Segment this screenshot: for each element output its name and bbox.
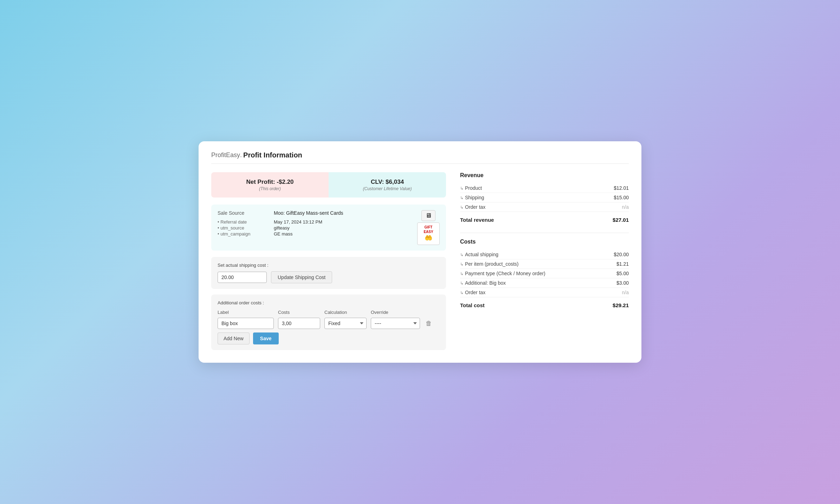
net-profit-card: Net Profit: -$2.20 (This order) <box>211 172 329 198</box>
col-header-label: Label <box>218 310 274 315</box>
cost-per-item-value: $1.21 <box>604 261 629 267</box>
update-shipping-button[interactable]: Update Shipping Cost <box>271 271 332 283</box>
clv-label: CLV: $6,034 <box>336 179 439 186</box>
costs-section: Costs ↳Actual shipping $20.00 ↳Per item … <box>460 239 629 310</box>
delete-row-button[interactable]: 🗑 <box>424 318 433 329</box>
utm-source-label: • utm_source <box>218 225 274 231</box>
additional-label-input[interactable] <box>218 318 274 329</box>
save-button[interactable]: Save <box>253 332 279 344</box>
clv-sub: (Customer Lifetime Value) <box>336 186 439 191</box>
revenue-shipping-label: ↳Shipping <box>460 195 604 200</box>
sale-source-row: Sale Source Moo: GiftEasy Mass-sent Card… <box>218 210 414 216</box>
right-panel: Revenue ↳Product $12.01 ↳Shipping $15.00… <box>460 172 629 350</box>
utm-campaign-row: • utm_campaign GE mass <box>218 231 414 237</box>
sale-meta: • Referral date May 17, 2024 13:12 PM • … <box>218 219 414 237</box>
net-profit-sub: (This order) <box>218 186 322 191</box>
cost-payment-type-label: ↳Payment type (Check / Money order) <box>460 271 604 276</box>
sale-source-label: Sale Source <box>218 210 274 216</box>
referral-date-row: • Referral date May 17, 2024 13:12 PM <box>218 219 414 225</box>
cost-ordertax-row: ↳Order tax n/a <box>460 288 629 297</box>
brand-icon-group: 🖥 GIFTEASY 🤲 <box>417 210 440 245</box>
costs-total-row: Total cost $29.21 <box>460 299 629 310</box>
summary-row: Net Profit: -$2.20 (This order) CLV: $6,… <box>211 172 446 198</box>
cost-actual-shipping-value: $20.00 <box>604 252 629 257</box>
cost-bigbox-label: ↳Additional: Big box <box>460 280 604 286</box>
costs-title: Costs <box>460 239 629 245</box>
card-body: Net Profit: -$2.20 (This order) CLV: $6,… <box>211 172 629 350</box>
cost-ordertax-value: n/a <box>604 290 629 295</box>
revenue-ordertax-value: n/a <box>604 204 629 210</box>
revenue-product-value: $12.01 <box>604 185 629 191</box>
referral-date-label: • Referral date <box>218 219 274 225</box>
left-panel: Net Profit: -$2.20 (This order) CLV: $6,… <box>211 172 446 350</box>
revenue-shipping-value: $15.00 <box>604 195 629 200</box>
revenue-product-row: ↳Product $12.01 <box>460 183 629 193</box>
calculation-select[interactable]: Fixed Percentage <box>324 318 367 329</box>
additional-section: Additional order costs : Label Costs Cal… <box>211 295 446 350</box>
separator: . <box>240 151 242 159</box>
shipping-cost-input[interactable] <box>218 272 267 283</box>
col-header-costs: Costs <box>278 310 320 315</box>
cost-actual-shipping-label: ↳Actual shipping <box>460 252 604 257</box>
additional-cost-input[interactable] <box>278 318 320 329</box>
utm-source-value: gifteasy <box>274 225 290 231</box>
gift-brand-icon: GIFTEASY 🤲 <box>417 222 440 245</box>
revenue-product-label: ↳Product <box>460 185 604 191</box>
revenue-shipping-row: ↳Shipping $15.00 <box>460 193 629 202</box>
monitor-icon-wrap: 🖥 <box>421 210 435 221</box>
sale-source-value: Moo: GiftEasy Mass-sent Cards <box>274 210 343 216</box>
cost-bigbox-row: ↳Additional: Big box $3.00 <box>460 278 629 288</box>
override-select[interactable]: ---- <box>371 318 420 329</box>
cost-bigbox-value: $3.00 <box>604 280 629 286</box>
cost-per-item-label: ↳Per item (product_costs) <box>460 261 604 267</box>
revenue-ordertax-row: ↳Order tax n/a <box>460 202 629 212</box>
add-new-button[interactable]: Add New <box>218 332 250 344</box>
cost-payment-type-value: $5.00 <box>604 271 629 276</box>
brand-label: ProfitEasy <box>211 151 240 159</box>
additional-section-title: Additional order costs : <box>218 300 440 305</box>
shipping-label: Set actual shipping cost : <box>218 263 440 268</box>
section-divider <box>460 233 629 233</box>
costs-total-value: $29.21 <box>613 302 629 308</box>
clv-card: CLV: $6,034 (Customer Lifetime Value) <box>329 172 446 198</box>
revenue-total-row: Total revenue $27.01 <box>460 213 629 224</box>
action-row: Add New Save <box>218 332 440 344</box>
cost-payment-type-row: ↳Payment type (Check / Money order) $5.0… <box>460 269 629 278</box>
col-header-calculation: Calculation <box>324 310 367 315</box>
additional-col-headers: Label Costs Calculation Override <box>218 310 440 315</box>
revenue-section: Revenue ↳Product $12.01 ↳Shipping $15.00… <box>460 172 629 224</box>
sale-source-section: Sale Source Moo: GiftEasy Mass-sent Card… <box>211 205 446 251</box>
revenue-ordertax-label: ↳Order tax <box>460 204 604 210</box>
cost-ordertax-label: ↳Order tax <box>460 290 604 295</box>
revenue-title: Revenue <box>460 172 629 179</box>
col-header-override: Override <box>371 310 420 315</box>
utm-campaign-value: GE mass <box>274 231 292 237</box>
shipping-section: Set actual shipping cost : Update Shippi… <box>211 257 446 289</box>
utm-campaign-label: • utm_campaign <box>218 231 274 237</box>
cost-actual-shipping-row: ↳Actual shipping $20.00 <box>460 250 629 259</box>
additional-cost-row: Fixed Percentage ---- 🗑 <box>218 318 440 329</box>
revenue-total-label: Total revenue <box>460 217 613 223</box>
main-card: ProfitEasy . Profit Information Net Prof… <box>199 141 641 363</box>
page-title: Profit Information <box>243 151 302 159</box>
sale-source-content: Sale Source Moo: GiftEasy Mass-sent Card… <box>218 210 414 237</box>
referral-date-value: May 17, 2024 13:12 PM <box>274 219 322 225</box>
card-header: ProfitEasy . Profit Information <box>211 151 629 164</box>
shipping-input-row: Update Shipping Cost <box>218 271 440 283</box>
monitor-icon: 🖥 <box>421 210 435 221</box>
utm-source-row: • utm_source gifteasy <box>218 225 414 231</box>
cost-per-item-row: ↳Per item (product_costs) $1.21 <box>460 259 629 269</box>
revenue-total-value: $27.01 <box>613 217 629 223</box>
costs-total-label: Total cost <box>460 302 613 308</box>
net-profit-label: Net Profit: -$2.20 <box>218 179 322 186</box>
